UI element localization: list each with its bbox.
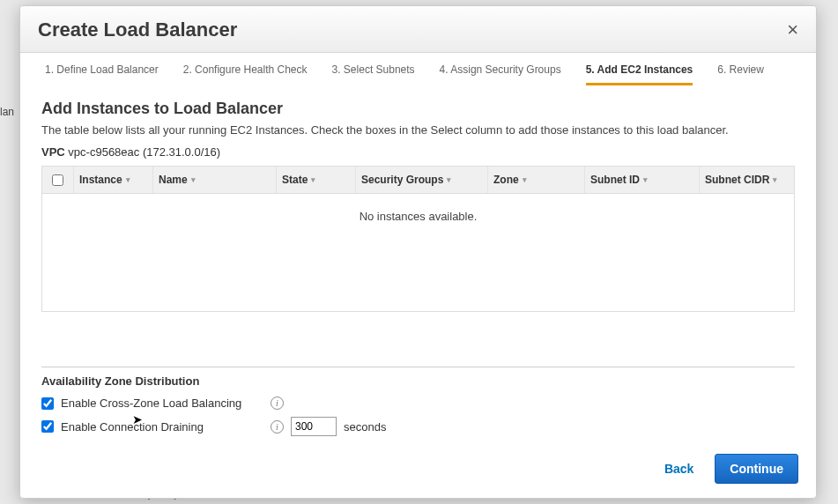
column-subnet-cidr[interactable]: Subnet CIDR▾ — [700, 167, 794, 193]
sort-icon: ▾ — [447, 175, 451, 184]
column-state-label: State — [282, 174, 308, 186]
column-subnet-id[interactable]: Subnet ID▾ — [585, 167, 700, 193]
modal-footer: Back Continue — [20, 443, 816, 498]
vpc-value: vpc-c9568eac (172.31.0.0/16) — [68, 145, 220, 159]
column-zone-label: Zone — [493, 174, 519, 186]
instances-table: Instance▾ Name▾ State▾ Security Groups▾ … — [41, 166, 795, 312]
wizard-steps: 1. Define Load Balancer 2. Configure Hea… — [20, 53, 816, 89]
section-description: The table below lists all your running E… — [41, 123, 795, 137]
step-review[interactable]: 6. Review — [717, 63, 764, 85]
select-all-checkbox[interactable] — [52, 174, 63, 186]
seconds-unit: seconds — [344, 420, 386, 434]
column-instance-label: Instance — [79, 174, 122, 186]
column-cidr-label: Subnet CIDR — [705, 174, 769, 186]
sort-icon: ▾ — [773, 175, 777, 184]
back-button[interactable]: Back — [664, 462, 693, 476]
step-add-ec2-instances[interactable]: 5. Add EC2 Instances — [586, 63, 693, 85]
continue-button[interactable]: Continue — [715, 454, 798, 484]
column-select-all[interactable] — [42, 167, 74, 193]
cross-zone-option: Enable Cross-Zone Load Balancing i — [41, 397, 795, 410]
info-icon[interactable]: i — [271, 420, 284, 434]
info-icon[interactable]: i — [271, 397, 284, 410]
modal-title: Create Load Balancer — [38, 19, 237, 41]
step-select-subnets[interactable]: 3. Select Subnets — [332, 63, 415, 85]
column-zone[interactable]: Zone▾ — [488, 167, 585, 193]
sort-icon: ▾ — [523, 175, 527, 184]
draining-timeout-input[interactable] — [291, 417, 337, 436]
table-header: Instance▾ Name▾ State▾ Security Groups▾ … — [42, 167, 794, 194]
availability-zone-section: Availability Zone Distribution Enable Cr… — [41, 367, 795, 443]
step-define-load-balancer[interactable]: 1. Define Load Balancer — [45, 63, 159, 85]
sort-icon: ▾ — [311, 175, 315, 184]
sort-icon: ▾ — [126, 175, 130, 184]
az-heading: Availability Zone Distribution — [41, 374, 795, 388]
column-state[interactable]: State▾ — [277, 167, 356, 193]
connection-draining-option: Enable Connection Draining i seconds — [41, 417, 795, 436]
vpc-info: VPC vpc-c9568eac (172.31.0.0/16) — [41, 145, 795, 159]
column-subnet-label: Subnet ID — [590, 174, 640, 186]
step-configure-health-check[interactable]: 2. Configure Health Check — [183, 63, 308, 85]
column-instance[interactable]: Instance▾ — [74, 167, 153, 193]
connection-draining-checkbox[interactable] — [41, 420, 54, 433]
cross-zone-label: Enable Cross-Zone Load Balancing — [61, 397, 263, 410]
sort-icon: ▾ — [643, 175, 648, 184]
column-sg-label: Security Groups — [361, 174, 443, 186]
connection-draining-label: Enable Connection Draining — [61, 420, 263, 434]
sort-icon: ▾ — [191, 175, 196, 184]
create-load-balancer-modal: Create Load Balancer × 1. Define Load Ba… — [19, 5, 817, 499]
table-empty-message: No instances available. — [42, 194, 794, 311]
cross-zone-checkbox[interactable] — [41, 397, 54, 410]
vpc-label: VPC — [41, 145, 65, 159]
section-heading: Add Instances to Load Balancer — [41, 100, 795, 118]
modal-header: Create Load Balancer × — [20, 6, 816, 53]
column-security-groups[interactable]: Security Groups▾ — [356, 167, 488, 193]
step-assign-security-groups[interactable]: 4. Assign Security Groups — [440, 63, 561, 85]
column-name-label: Name — [159, 174, 188, 186]
column-name[interactable]: Name▾ — [153, 167, 277, 193]
close-icon[interactable]: × — [787, 20, 798, 40]
background-sidebar-fragment: lan — [0, 106, 16, 132]
